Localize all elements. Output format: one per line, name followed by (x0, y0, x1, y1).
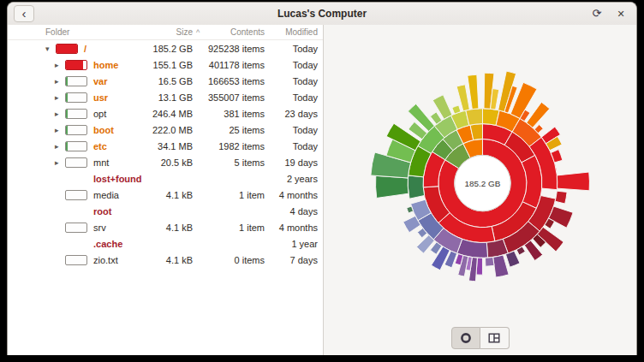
chart-segment[interactable] (486, 257, 494, 266)
titlebar: Lucas's Computer ‹ ⟳ ✕ (8, 3, 636, 26)
modified-cell: 4 days (265, 206, 318, 217)
modified-cell: Today (265, 92, 318, 103)
table-row[interactable]: ▸boot222.0 MB25 itemsToday (8, 122, 323, 138)
chart-segment[interactable] (527, 102, 550, 128)
size-cell: 4.1 kB (145, 255, 193, 265)
size-cell: 20.5 kB (145, 157, 193, 168)
chart-segment[interactable] (376, 175, 409, 198)
table-row[interactable]: ▸usr13.1 GB355007 itemsToday (8, 89, 323, 105)
table-row[interactable]: media4.1 kB1 item4 months (8, 187, 323, 203)
rings-chart[interactable]: 185.2 GB (324, 25, 636, 355)
folder-name: etc (93, 141, 107, 151)
expander-icon[interactable]: ▸ (55, 142, 65, 151)
app-window: Lucas's Computer ‹ ⟳ ✕ Folder Size ^ Con… (7, 2, 637, 355)
size-cell: 4.1 kB (145, 223, 193, 233)
table-row[interactable]: ▸opt246.4 MB381 items23 days (8, 105, 323, 122)
refresh-button[interactable]: ⟳ (587, 5, 607, 22)
rings-chart-button[interactable] (451, 327, 480, 349)
folder-name: usr (93, 92, 108, 103)
contents-cell: 0 items (203, 255, 265, 265)
folder-name: .cache (93, 239, 122, 249)
window-title: Lucas's Computer (8, 3, 636, 25)
folder-name: var (93, 76, 108, 86)
column-header-modified[interactable]: Modified (265, 27, 318, 37)
modified-cell: 7 days (265, 255, 318, 265)
expander-icon[interactable]: ▸ (55, 61, 65, 69)
treemap-chart-button[interactable] (480, 327, 510, 349)
back-icon: ‹ (22, 6, 27, 21)
modified-cell: Today (265, 141, 318, 151)
chart-segment[interactable] (555, 191, 567, 204)
folder-name: srv (93, 223, 106, 233)
usage-bar (65, 223, 87, 233)
usage-bar (65, 109, 87, 119)
treemap-icon (488, 332, 500, 344)
table-row[interactable]: lost+found2 years (8, 170, 323, 187)
size-cell: 222.0 MB (145, 125, 193, 135)
size-cell: 155.1 GB (145, 60, 193, 70)
contents-cell: 1982 items (203, 141, 265, 151)
folder-tree-pane: Folder Size ^ Contents Modified ▾/185.2 … (8, 25, 323, 355)
view-switcher (451, 327, 510, 349)
expander-icon[interactable]: ▸ (55, 110, 65, 118)
main-content: Folder Size ^ Contents Modified ▾/185.2 … (8, 25, 636, 355)
usage-bar (65, 60, 87, 70)
modified-cell: 23 days (265, 109, 318, 119)
expander-icon[interactable]: ▸ (55, 77, 65, 86)
table-row[interactable]: ▸mnt20.5 kB5 items19 days (8, 154, 323, 170)
chart-segment[interactable] (468, 74, 479, 109)
expander-icon[interactable]: ▸ (55, 93, 65, 102)
contents-cell: 5 items (203, 157, 265, 168)
modified-cell: Today (265, 44, 318, 54)
modified-cell: 4 months (265, 190, 318, 200)
chart-segment[interactable] (505, 251, 520, 267)
column-header-contents[interactable]: Contents (203, 27, 265, 37)
folder-name: boot (93, 125, 114, 135)
column-header-size[interactable]: Size (145, 27, 193, 37)
table-row[interactable]: ▾/185.2 GB925238 itemsToday (8, 40, 323, 56)
contents-cell: 355007 items (203, 92, 265, 103)
modified-cell: Today (265, 76, 318, 86)
contents-cell: 925238 items (203, 44, 265, 54)
size-cell: 185.2 GB (145, 44, 193, 54)
expander-icon[interactable]: ▸ (55, 158, 65, 167)
usage-bar-spacer (65, 174, 87, 184)
table-row[interactable]: zio.txt4.1 kB0 items7 days (8, 252, 323, 268)
chart-segment[interactable] (557, 172, 589, 191)
folder-name: media (93, 190, 119, 200)
table-row[interactable]: root4 days (8, 203, 323, 219)
folder-tree-rows: ▾/185.2 GB925238 itemsToday▸home155.1 GB… (8, 40, 323, 268)
size-cell: 13.1 GB (145, 92, 193, 103)
table-row[interactable]: ▸etc34.1 MB1982 itemsToday (8, 138, 323, 154)
usage-bar (65, 92, 87, 103)
folder-name: lost+found (93, 174, 142, 184)
column-header-folder[interactable]: Folder (8, 27, 145, 37)
contents-cell: 166653 items (203, 76, 265, 86)
size-cell: 246.4 MB (145, 109, 193, 119)
table-row[interactable]: ▸home155.1 GB401178 itemsToday (8, 56, 323, 73)
contents-cell: 401178 items (203, 60, 265, 70)
usage-bar-spacer (65, 239, 87, 249)
table-row[interactable]: ▸var16.5 GB166653 itemsToday (8, 73, 323, 89)
contents-cell: 1 item (203, 190, 265, 200)
table-row[interactable]: srv4.1 kB1 item4 months (8, 219, 323, 235)
chart-segment[interactable] (466, 109, 483, 126)
contents-cell: 1 item (203, 223, 265, 233)
folder-name: mnt (93, 157, 109, 168)
expander-icon[interactable]: ▸ (55, 126, 65, 134)
modified-cell: Today (265, 125, 318, 135)
chart-segment[interactable] (493, 255, 509, 277)
expander-icon[interactable]: ▾ (45, 45, 56, 53)
close-button[interactable]: ✕ (611, 5, 631, 22)
sort-indicator-icon: ^ (193, 28, 203, 37)
size-cell: 16.5 GB (145, 76, 193, 86)
folder-name: root (93, 206, 111, 217)
folder-name: opt (93, 109, 106, 119)
back-button[interactable]: ‹ (14, 5, 34, 22)
chart-segment[interactable] (408, 175, 424, 199)
usage-bar (56, 44, 78, 54)
usage-bar (65, 157, 87, 168)
table-row[interactable]: .cache1 year (8, 235, 323, 252)
modified-cell: 1 year (265, 239, 318, 249)
usage-bar (65, 190, 87, 200)
